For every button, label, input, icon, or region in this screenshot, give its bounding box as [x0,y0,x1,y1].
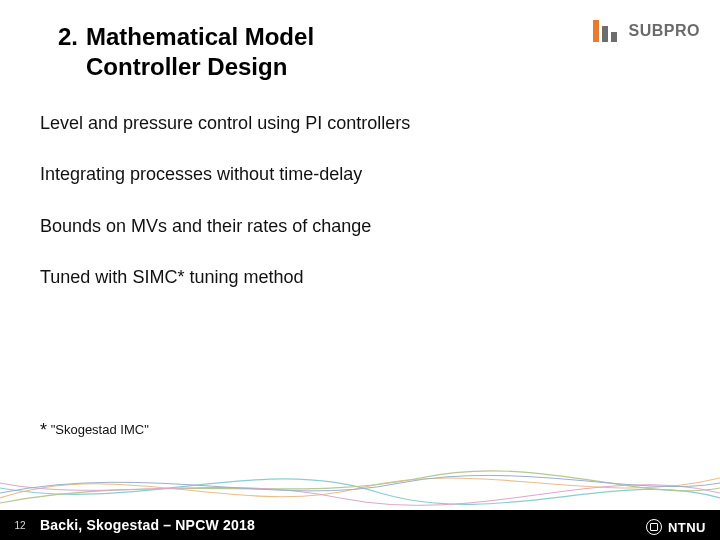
subpro-logo-icon [593,20,621,42]
footer-text: Backi, Skogestad – NPCW 2018 [40,517,255,533]
ntnu-logo-icon [646,519,662,535]
title-number: 2. [58,22,86,52]
subpro-text: SUBPRO [629,22,700,40]
bullet-3: Bounds on MVs and their rates of change [40,215,410,238]
slide-title: 2.Mathematical Model Controller Design [58,22,314,82]
decorative-waves-icon [0,448,720,518]
slide: SUBPRO 2.Mathematical Model Controller D… [0,0,720,540]
title-line-1: Mathematical Model [86,23,314,50]
bullet-2: Integrating processes without time-delay [40,163,410,186]
footnote: * "Skogestad IMC" [40,420,149,441]
slide-body: Level and pressure control using PI cont… [40,112,410,318]
page-number: 12 [0,520,40,531]
title-line-2: Controller Design [58,52,314,82]
bullet-1: Level and pressure control using PI cont… [40,112,410,135]
ntnu-brand: NTNU [646,519,706,535]
footnote-mark: * [40,420,47,440]
ntnu-text: NTNU [668,520,706,535]
footnote-text: "Skogestad IMC" [51,422,149,437]
bullet-4: Tuned with SIMC* tuning method [40,266,410,289]
footer-bar: 12 Backi, Skogestad – NPCW 2018 NTNU [0,510,720,540]
subpro-brand: SUBPRO [593,20,700,42]
